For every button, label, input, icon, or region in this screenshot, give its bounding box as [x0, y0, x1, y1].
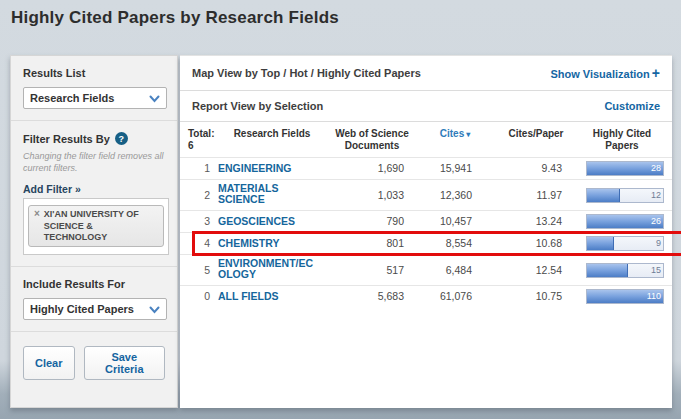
cites-per-paper-value: 10.75	[492, 289, 580, 304]
total-label: Total:	[188, 128, 214, 139]
clear-button[interactable]: Clear	[23, 346, 75, 380]
bar-fill	[587, 264, 628, 277]
cites-value: 12,360	[418, 188, 492, 203]
field-link[interactable]: CHEMISTRY	[218, 238, 279, 249]
table-row: 0 ALL FIELDS 5,683 61,076 10.75 110	[180, 285, 672, 307]
report-view-bar: Report View by Selection Customize	[180, 91, 672, 122]
col-header-cites-sort[interactable]: Cites▾	[418, 128, 492, 152]
highly-cited-bar: 26	[586, 214, 664, 229]
results-list-section: Results List Research Fields	[11, 56, 177, 120]
col-header-wos-documents: Web of Science Documents	[326, 128, 418, 152]
col-header-cites-per-paper: Cites/Paper	[492, 128, 580, 152]
chevron-down-icon	[149, 89, 160, 107]
page: Highly Cited Papers by Research Fields R…	[0, 0, 681, 419]
field-link[interactable]: MATERIALS SCIENCE	[218, 183, 318, 205]
highly-cited-value: 110	[647, 290, 661, 303]
results-list-value: Research Fields	[30, 92, 114, 104]
highly-cited-value: 26	[651, 215, 661, 228]
filter-by-label: Filter Results By	[23, 133, 110, 145]
cites-per-paper-value: 9.43	[492, 161, 580, 176]
wos-documents-value: 1,690	[326, 161, 418, 176]
wos-documents-value: 5,683	[326, 289, 418, 304]
include-results-label: Include Results For	[23, 278, 165, 290]
field-link[interactable]: ENGINEERING	[218, 163, 292, 174]
map-view-label: Map View by Top / Hot / Highly Cited Pap…	[192, 67, 421, 79]
filter-note: Changing the filter field removes all cu…	[23, 151, 173, 174]
highly-cited-value: 9	[656, 237, 661, 250]
wos-documents-value: 790	[326, 214, 418, 229]
cites-value: 10,457	[418, 214, 492, 229]
wos-documents-value: 801	[326, 236, 418, 251]
table-row: 1 ENGINEERING 1,690 15,941 9.43 28	[180, 157, 672, 179]
filter-tag-box: × XI'AN UNIVERSITY OF SCIENCE & TECHNOLO…	[23, 198, 169, 255]
sidebar: Results List Research Fields Filter Resu…	[10, 55, 178, 408]
row-index: 3	[188, 214, 218, 229]
table-header: Total: 6 Research Fields Web of Science …	[180, 122, 672, 157]
include-results-section: Include Results For Highly Cited Papers	[11, 267, 177, 331]
bar-fill	[587, 237, 614, 250]
save-criteria-button[interactable]: Save Criteria	[84, 346, 165, 380]
chevron-down-icon	[149, 300, 160, 318]
row-index: 2	[188, 188, 218, 203]
show-visualization-label: Show Visualization	[550, 68, 649, 80]
map-view-bar: Map View by Top / Hot / Highly Cited Pap…	[180, 56, 672, 91]
cites-value: 6,484	[418, 263, 492, 278]
filter-section: Filter Results By ? Changing the filter …	[11, 121, 177, 266]
col-header-highly-cited: Highly Cited Papers	[580, 128, 664, 152]
wos-documents-value: 1,033	[326, 188, 418, 203]
highly-cited-value: 28	[651, 162, 661, 175]
highly-cited-value: 15	[651, 264, 661, 277]
table-row: 3 GEOSCIENCES 790 10,457 13.24 26	[180, 210, 672, 232]
main-panel: Map View by Top / Hot / Highly Cited Pap…	[180, 55, 672, 408]
cites-per-paper-value: 12.54	[492, 263, 580, 278]
field-link[interactable]: ENVIRONMENT/ECOLOGY	[218, 258, 318, 280]
help-icon[interactable]: ?	[115, 132, 128, 145]
highly-cited-bar: 9	[586, 236, 664, 251]
cites-per-paper-value: 13.24	[492, 214, 580, 229]
cites-value: 61,076	[418, 289, 492, 304]
highly-cited-bar: 110	[586, 289, 664, 304]
total-count: Total: 6	[188, 128, 218, 152]
highly-cited-bar: 28	[586, 161, 664, 176]
row-index: 4	[188, 236, 218, 251]
bar-fill	[587, 189, 620, 202]
row-index: 1	[188, 161, 218, 176]
plus-icon: +	[652, 65, 660, 81]
show-visualization-link[interactable]: Show Visualization+	[550, 65, 660, 81]
highly-cited-bar: 12	[586, 188, 664, 203]
highly-cited-bar: 15	[586, 263, 664, 278]
wos-documents-value: 517	[326, 263, 418, 278]
add-filter-link[interactable]: Add Filter »	[23, 183, 81, 195]
cites-value: 8,554	[418, 236, 492, 251]
remove-filter-icon[interactable]: ×	[34, 209, 40, 219]
row-index: 0	[188, 289, 218, 304]
table-row: 5 ENVIRONMENT/ECOLOGY 517 6,484 12.54 15	[180, 254, 672, 285]
include-results-select[interactable]: Highly Cited Papers	[23, 298, 167, 320]
col-header-research-fields: Research Fields	[218, 128, 326, 152]
cites-per-paper-value: 11.97	[492, 188, 580, 203]
row-index: 5	[188, 263, 218, 278]
report-view-label: Report View by Selection	[192, 100, 323, 112]
table-row: 2 MATERIALS SCIENCE 1,033 12,360 11.97 1…	[180, 179, 672, 210]
results-list-label: Results List	[23, 67, 165, 79]
highly-cited-value: 12	[651, 189, 661, 202]
results-list-select[interactable]: Research Fields	[23, 87, 167, 109]
page-title: Highly Cited Papers by Research Fields	[11, 8, 339, 28]
field-link[interactable]: GEOSCIENCES	[218, 216, 295, 227]
col-header-cites: Cites	[440, 128, 464, 139]
sidebar-buttons: Clear Save Criteria	[11, 332, 177, 394]
filter-tag[interactable]: × XI'AN UNIVERSITY OF SCIENCE & TECHNOLO…	[28, 205, 164, 247]
table-row-highlighted: 4 CHEMISTRY 801 8,554 10.68 9	[180, 232, 672, 254]
total-value: 6	[188, 140, 194, 151]
filter-tag-label: XI'AN UNIVERSITY OF SCIENCE & TECHNOLOGY	[44, 209, 158, 243]
cites-value: 15,941	[418, 161, 492, 176]
cites-per-paper-value: 10.68	[492, 236, 580, 251]
customize-link[interactable]: Customize	[604, 100, 660, 112]
field-link[interactable]: ALL FIELDS	[218, 291, 278, 302]
sort-desc-icon: ▾	[466, 130, 470, 139]
include-results-value: Highly Cited Papers	[30, 303, 134, 315]
